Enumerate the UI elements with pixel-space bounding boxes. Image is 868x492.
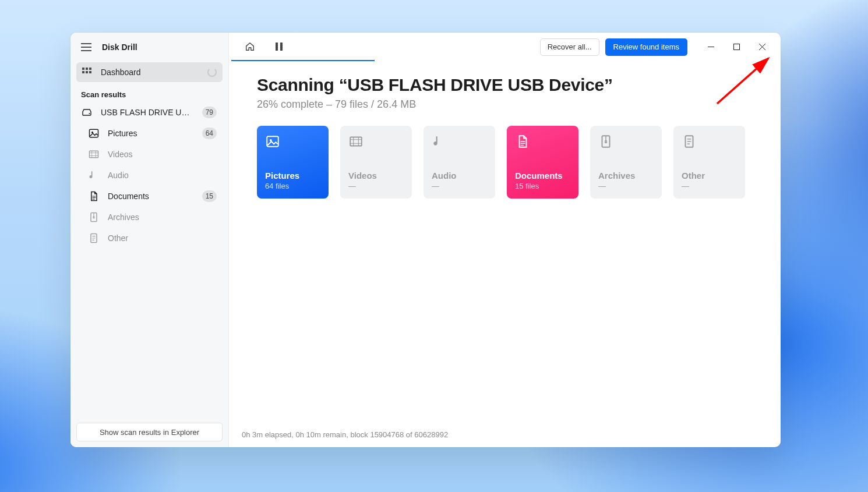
toolbar: Recover all... Review found items <box>229 33 781 61</box>
card-label: Pictures <box>265 171 320 180</box>
minimize-button[interactable] <box>698 38 724 56</box>
svg-rect-3 <box>82 71 84 73</box>
sidebar-item-label: USB FLASH DRIVE USB D... <box>101 108 194 117</box>
desktop-background: Disk Drill Dashboard Scan results USB FL… <box>0 0 868 492</box>
card-pictures[interactable]: Pictures64 files <box>257 126 329 199</box>
sidebar: Disk Drill Dashboard Scan results USB FL… <box>70 33 229 447</box>
other-icon <box>682 134 697 149</box>
card-label: Other <box>682 171 737 180</box>
svg-rect-7 <box>90 129 98 137</box>
card-subtext: 15 files <box>515 182 570 190</box>
sidebar-item-label: Dashboard <box>101 68 199 77</box>
video-icon <box>88 148 100 160</box>
svg-rect-2 <box>89 68 91 70</box>
category-cards: Pictures64 filesVideos—Audio—Documents15… <box>257 126 753 199</box>
maximize-button[interactable] <box>724 38 749 56</box>
sidebar-item-label: Other <box>108 233 217 243</box>
svg-rect-4 <box>86 71 88 73</box>
hamburger-icon <box>81 43 91 51</box>
show-in-explorer-button[interactable]: Show scan results in Explorer <box>76 423 223 441</box>
svg-rect-17 <box>350 137 362 146</box>
page-title: Scanning “USB FLASH DRIVE USB Device” <box>257 75 753 95</box>
svg-rect-1 <box>86 68 88 70</box>
picture-icon <box>88 128 100 139</box>
card-subtext: — <box>432 182 487 190</box>
card-videos[interactable]: Videos— <box>340 126 412 199</box>
dashboard-icon <box>81 66 93 78</box>
sidebar-item-videos[interactable]: Videos <box>76 144 223 164</box>
sidebar-item-documents[interactable]: Documents15 <box>76 186 223 206</box>
review-found-items-button[interactable]: Review found items <box>605 38 687 56</box>
main-content: Recover all... Review found items Scanni… <box>229 33 781 447</box>
count-badge: 15 <box>202 190 217 202</box>
svg-rect-5 <box>89 71 91 73</box>
sidebar-item-dashboard[interactable]: Dashboard <box>76 62 223 82</box>
sidebar-item-other[interactable]: Other <box>76 228 223 248</box>
document-icon <box>88 190 100 202</box>
document-icon <box>515 134 530 149</box>
card-label: Videos <box>348 171 404 180</box>
count-badge: 79 <box>202 107 217 118</box>
close-icon <box>759 44 765 50</box>
other-icon <box>88 232 100 244</box>
hamburger-button[interactable] <box>79 40 94 55</box>
sidebar-item-pictures[interactable]: Pictures64 <box>76 123 223 143</box>
svg-rect-0 <box>82 68 84 70</box>
audio-icon <box>88 169 100 181</box>
svg-rect-14 <box>733 44 739 50</box>
status-bar: 0h 3m elapsed, 0h 10m remain, block 1590… <box>229 422 781 447</box>
drive-icon <box>81 107 93 118</box>
recover-all-button[interactable]: Recover all... <box>540 38 599 56</box>
sidebar-footer: Show scan results in Explorer <box>70 417 228 447</box>
loading-spinner-icon <box>207 68 217 77</box>
svg-rect-13 <box>280 43 283 51</box>
card-subtext: — <box>598 182 654 190</box>
card-label: Audio <box>432 171 487 180</box>
card-audio[interactable]: Audio— <box>424 126 495 199</box>
card-subtext: 64 files <box>265 182 320 190</box>
sidebar-item-drive[interactable]: USB FLASH DRIVE USB D... 79 <box>76 102 223 122</box>
card-archives[interactable]: Archives— <box>590 126 662 199</box>
video-icon <box>348 134 364 149</box>
minimize-icon <box>708 44 714 50</box>
svg-rect-15 <box>267 136 278 146</box>
home-icon <box>245 41 255 52</box>
archive-icon <box>598 134 613 149</box>
svg-point-6 <box>89 113 90 114</box>
sidebar-section-header: Scan results <box>70 83 228 102</box>
card-other[interactable]: Other— <box>673 126 745 199</box>
card-label: Documents <box>515 171 570 180</box>
sidebar-item-audio[interactable]: Audio <box>76 165 223 185</box>
sidebar-item-label: Videos <box>108 150 217 159</box>
archive-icon <box>88 211 100 223</box>
pause-icon <box>275 42 283 51</box>
active-tab[interactable] <box>231 33 375 61</box>
card-label: Archives <box>598 171 654 180</box>
sidebar-item-label: Pictures <box>108 129 194 138</box>
pause-button[interactable] <box>269 36 290 57</box>
svg-rect-9 <box>90 151 98 158</box>
close-button[interactable] <box>749 38 775 56</box>
count-badge: 64 <box>202 128 217 139</box>
scan-progress-text: 26% complete – 79 files / 26.4 MB <box>257 98 753 111</box>
audio-icon <box>432 134 447 149</box>
sidebar-item-label: Archives <box>108 213 217 222</box>
sidebar-nav: Dashboard Scan results USB FLASH DRIVE U… <box>70 61 228 249</box>
sidebar-item-label: Audio <box>108 171 217 180</box>
app-title: Disk Drill <box>102 43 137 52</box>
maximize-icon <box>733 44 740 50</box>
sidebar-category-list: Pictures64VideosAudioDocuments15Archives… <box>70 123 228 248</box>
svg-rect-12 <box>276 43 278 51</box>
sidebar-item-archives[interactable]: Archives <box>76 207 223 227</box>
window-controls <box>698 38 775 56</box>
status-text: 0h 3m elapsed, 0h 10m remain, block 1590… <box>242 430 448 439</box>
picture-icon <box>265 134 280 149</box>
sidebar-header: Disk Drill <box>70 33 228 61</box>
sidebar-item-label: Documents <box>108 192 194 201</box>
content-area: Scanning “USB FLASH DRIVE USB Device” 26… <box>229 61 781 422</box>
card-documents[interactable]: Documents15 files <box>507 126 578 199</box>
card-subtext: — <box>348 182 404 190</box>
app-window: Disk Drill Dashboard Scan results USB FL… <box>70 33 781 447</box>
card-subtext: — <box>682 182 737 190</box>
home-button[interactable] <box>239 36 260 57</box>
